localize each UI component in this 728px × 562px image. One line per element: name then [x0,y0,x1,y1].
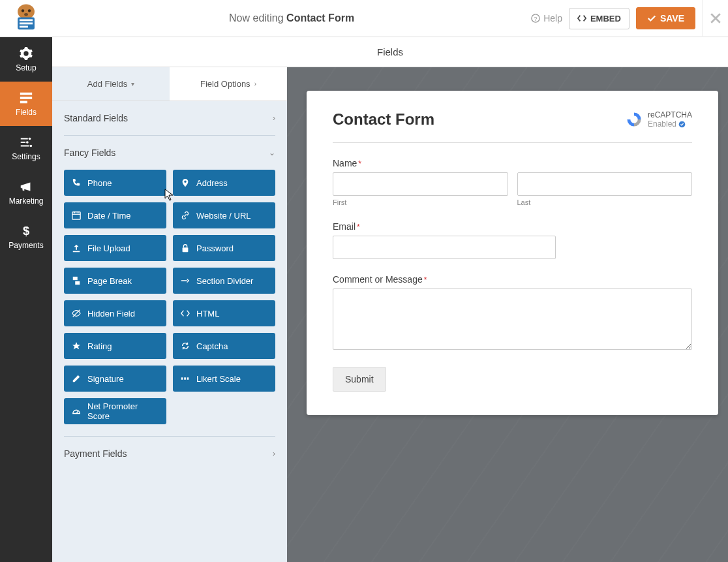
nav-marketing-label: Marketing [9,196,44,206]
field-nps-label: Net Promoter Score [87,401,159,421]
comment-textarea[interactable] [333,289,692,350]
field-captcha[interactable]: Captcha [173,333,275,359]
svg-rect-10 [20,93,32,95]
form-field-email[interactable]: Email* [333,221,692,259]
phone-icon [72,178,81,187]
svg-rect-6 [20,22,33,24]
field-datetime[interactable]: Date / Time [64,202,166,228]
nav-setup[interactable]: Setup [0,37,52,82]
svg-rect-5 [20,19,33,21]
svg-point-13 [29,138,31,140]
sliders-icon [19,135,33,149]
field-sectiondivider-label: Section Divider [196,276,253,286]
tab-add-fields-label: Add Fields [87,79,127,89]
help-label: Help [543,13,562,23]
nav-payments-label: Payments [8,241,43,250]
save-label: SAVE [660,13,684,23]
last-name-input[interactable] [517,172,693,196]
verified-icon [678,121,686,128]
field-hidden[interactable]: Hidden Field [64,300,166,326]
last-sublabel: Last [517,198,693,206]
field-html-label: HTML [196,309,219,319]
field-website-label: Website / URL [196,211,251,221]
section-fancy-fields: Fancy Fields ⌄ Phone Address Date / Time… [64,136,275,437]
svg-rect-12 [20,101,27,104]
field-website[interactable]: Website / URL [173,202,275,228]
field-hidden-label: Hidden Field [87,309,135,319]
form-title: Contact Form [333,110,434,129]
eye-slash-icon [72,309,81,318]
submit-button[interactable]: Submit [333,367,386,392]
field-signature-label: Signature [87,374,124,384]
svg-rect-23 [75,281,80,285]
field-address-label: Address [196,178,228,188]
logo [0,0,52,37]
chevron-right-icon: › [254,80,256,87]
nav-marketing[interactable]: Marketing [0,170,52,215]
svg-point-2 [28,9,31,12]
divider-icon [181,276,190,285]
gear-icon [19,46,33,61]
svg-rect-27 [187,377,189,380]
svg-text:?: ? [534,16,538,22]
chevron-down-icon: ▾ [131,80,134,87]
first-name-input[interactable] [333,172,508,196]
field-nps[interactable]: Net Promoter Score [64,398,166,424]
section-payment-head[interactable]: Payment Fields › [64,448,275,459]
required-asterisk: * [357,223,360,232]
form-icon [19,91,33,105]
form-field-name[interactable]: Name* First Last [333,157,692,206]
nav-settings[interactable]: Settings [0,126,52,170]
field-fileupload[interactable]: File Upload [64,235,166,261]
field-likert[interactable]: Likert Scale [173,366,275,392]
embed-button[interactable]: EMBED [569,8,629,29]
field-html[interactable]: HTML [173,300,275,326]
scale-icon [181,374,190,383]
section-standard-fields: Standard Fields › [64,101,275,136]
link-icon [181,211,190,220]
panel-head: Fields [52,37,728,67]
svg-rect-26 [184,377,186,380]
section-fancy-head[interactable]: Fancy Fields ⌄ [64,148,275,158]
svg-point-3 [24,13,28,16]
nav-fields[interactable]: Fields [0,82,52,126]
field-likert-label: Likert Scale [196,374,241,384]
map-pin-icon [181,178,190,187]
field-password[interactable]: Password [173,235,275,261]
email-input[interactable] [333,236,556,259]
recaptcha-title: reCAPTCHA [648,110,692,119]
code-icon [577,14,586,23]
close-button[interactable] [702,0,728,37]
chevron-right-icon: › [273,449,275,458]
field-rating[interactable]: Rating [64,333,166,359]
close-icon [710,12,721,24]
tab-add-fields[interactable]: Add Fields ▾ [52,67,170,101]
save-button[interactable]: SAVE [636,7,695,29]
form-field-comment[interactable]: Comment or Message* [333,273,692,352]
svg-rect-7 [20,26,28,28]
field-signature[interactable]: Signature [64,366,166,392]
section-payment-label: Payment Fields [64,448,127,459]
star-icon [72,341,81,351]
nav-settings-label: Settings [12,152,40,161]
svg-point-14 [26,141,29,144]
embed-label: EMBED [590,14,621,23]
section-standard-head[interactable]: Standard Fields › [64,113,275,123]
nav-payments[interactable]: $ Payments [0,215,52,259]
field-phone[interactable]: Phone [64,170,166,196]
svg-point-1 [22,9,24,12]
recaptcha-badge: reCAPTCHA Enabled [626,110,692,129]
tab-field-options[interactable]: Field Options › [170,67,287,101]
editing-title: Now editing Contact Form [52,12,531,24]
section-standard-label: Standard Fields [64,113,128,123]
check-icon [647,14,656,23]
svg-rect-17 [72,212,80,219]
help-link[interactable]: ? Help [531,13,562,23]
field-address[interactable]: Address [173,170,275,196]
field-fileupload-label: File Upload [87,243,130,253]
help-icon: ? [531,14,540,23]
field-sectiondivider[interactable]: Section Divider [173,268,275,294]
field-pagebreak[interactable]: Page Break [64,268,166,294]
svg-rect-11 [20,97,32,99]
required-asterisk: * [358,159,361,168]
